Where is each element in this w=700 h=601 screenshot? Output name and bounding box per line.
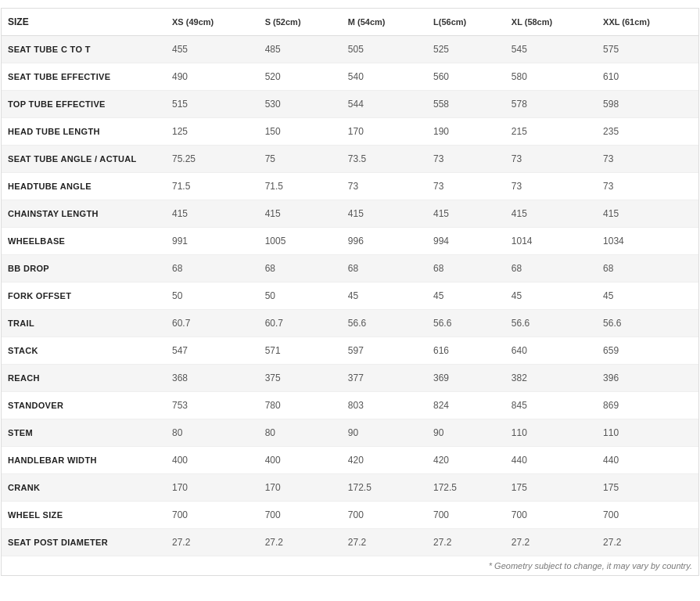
- row-value: 368: [166, 365, 259, 392]
- table-row: HEAD TUBE LENGTH125150170190215235: [2, 118, 698, 146]
- row-value: 415: [597, 200, 698, 228]
- row-value: 505: [342, 36, 427, 63]
- row-value: 415: [427, 200, 505, 228]
- row-value: 540: [342, 63, 427, 91]
- row-label: WHEEL SIZE: [2, 502, 166, 529]
- column-header-l: L(56cm): [427, 9, 505, 36]
- row-value: 396: [597, 365, 698, 392]
- row-value: 803: [342, 392, 427, 419]
- table-row: STANDOVER753780803824845869: [2, 392, 698, 419]
- table-row: SEAT TUBE ANGLE / ACTUAL75.257573.573737…: [2, 146, 698, 173]
- row-value: 544: [342, 91, 427, 118]
- row-value: 75.25: [166, 146, 259, 173]
- row-label: FORK OFFSET: [2, 283, 166, 310]
- row-value: 525: [427, 36, 505, 63]
- table-row: SEAT TUBE EFFECTIVE490520540560580610: [2, 63, 698, 91]
- row-value: 50: [259, 283, 342, 310]
- row-value: 597: [342, 337, 427, 365]
- row-value: 68: [505, 255, 597, 283]
- row-value: 369: [427, 365, 505, 392]
- row-value: 547: [166, 337, 259, 365]
- row-value: 110: [597, 419, 698, 447]
- row-value: 125: [166, 118, 259, 146]
- row-value: 598: [597, 91, 698, 118]
- table-row: TRAIL60.760.756.656.656.656.6: [2, 310, 698, 337]
- row-value: 545: [505, 36, 597, 63]
- row-value: 45: [505, 283, 597, 310]
- column-header-xxl: XXL (61cm): [597, 9, 698, 36]
- row-value: 515: [166, 91, 259, 118]
- row-value: 73: [427, 146, 505, 173]
- table-row: SEAT TUBE C TO T455485505525545575: [2, 36, 698, 63]
- row-value: 616: [427, 337, 505, 365]
- row-value: 994: [427, 228, 505, 255]
- row-value: 700: [342, 502, 427, 529]
- row-value: 845: [505, 392, 597, 419]
- row-value: 90: [342, 419, 427, 447]
- table-body: SEAT TUBE C TO T455485505525545575SEAT T…: [2, 36, 698, 556]
- column-header-xl: XL (58cm): [505, 9, 597, 36]
- row-value: 215: [505, 118, 597, 146]
- row-value: 1005: [259, 228, 342, 255]
- row-label: TRAIL: [2, 310, 166, 337]
- row-value: 1014: [505, 228, 597, 255]
- table-row: HEADTUBE ANGLE71.571.573737373: [2, 173, 698, 200]
- table-row: BB DROP686868686868: [2, 255, 698, 283]
- row-label: SEAT TUBE ANGLE / ACTUAL: [2, 146, 166, 173]
- row-value: 400: [259, 447, 342, 474]
- table-row: WHEELBASE991100599699410141034: [2, 228, 698, 255]
- row-value: 558: [427, 91, 505, 118]
- row-value: 68: [597, 255, 698, 283]
- row-value: 172.5: [427, 474, 505, 502]
- table-row: FORK OFFSET505045454545: [2, 283, 698, 310]
- row-value: 73.5: [342, 146, 427, 173]
- row-value: 700: [259, 502, 342, 529]
- row-label: CHAINSTAY LENGTH: [2, 200, 166, 228]
- row-value: 68: [259, 255, 342, 283]
- row-value: 68: [342, 255, 427, 283]
- row-value: 440: [597, 447, 698, 474]
- row-value: 90: [427, 419, 505, 447]
- row-value: 68: [166, 255, 259, 283]
- table-row: REACH368375377369382396: [2, 365, 698, 392]
- row-value: 382: [505, 365, 597, 392]
- row-label: SEAT TUBE C TO T: [2, 36, 166, 63]
- row-value: 1034: [597, 228, 698, 255]
- row-label: WHEELBASE: [2, 228, 166, 255]
- row-value: 996: [342, 228, 427, 255]
- row-value: 575: [597, 36, 698, 63]
- column-header-s: S (52cm): [259, 9, 342, 36]
- row-value: 485: [259, 36, 342, 63]
- row-value: 578: [505, 91, 597, 118]
- row-value: 68: [427, 255, 505, 283]
- row-value: 27.2: [505, 529, 597, 556]
- row-value: 71.5: [259, 173, 342, 200]
- row-value: 170: [166, 474, 259, 502]
- row-value: 27.2: [259, 529, 342, 556]
- row-label: STEM: [2, 419, 166, 447]
- row-label: BB DROP: [2, 255, 166, 283]
- row-value: 56.6: [427, 310, 505, 337]
- row-value: 700: [505, 502, 597, 529]
- row-value: 60.7: [259, 310, 342, 337]
- row-value: 235: [597, 118, 698, 146]
- table-row: STEM80809090110110: [2, 419, 698, 447]
- row-value: 377: [342, 365, 427, 392]
- row-value: 73: [505, 173, 597, 200]
- row-value: 780: [259, 392, 342, 419]
- row-value: 27.2: [597, 529, 698, 556]
- row-value: 56.6: [597, 310, 698, 337]
- row-value: 375: [259, 365, 342, 392]
- table-row: TOP TUBE EFFECTIVE515530544558578598: [2, 91, 698, 118]
- row-value: 73: [597, 173, 698, 200]
- row-value: 80: [259, 419, 342, 447]
- row-value: 580: [505, 63, 597, 91]
- table-row: WHEEL SIZE700700700700700700: [2, 502, 698, 529]
- row-value: 190: [427, 118, 505, 146]
- row-value: 530: [259, 91, 342, 118]
- row-value: 659: [597, 337, 698, 365]
- row-value: 73: [505, 146, 597, 173]
- row-value: 45: [597, 283, 698, 310]
- table-row: SEAT POST DIAMETER27.227.227.227.227.227…: [2, 529, 698, 556]
- column-header-m: M (54cm): [342, 9, 427, 36]
